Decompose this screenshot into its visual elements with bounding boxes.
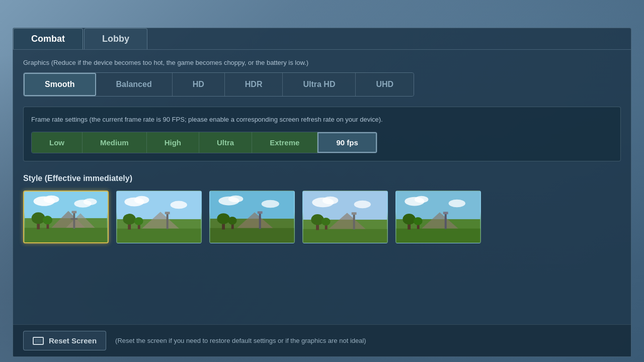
svg-point-19 xyxy=(171,201,187,209)
quality-smooth[interactable]: Smooth xyxy=(24,73,96,96)
svg-rect-35 xyxy=(210,228,294,242)
quality-hdr[interactable]: HDR xyxy=(225,73,283,96)
svg-rect-41 xyxy=(258,211,263,214)
svg-rect-48 xyxy=(303,229,387,242)
svg-rect-66 xyxy=(445,213,447,229)
tabs-row: Combat Lobby xyxy=(13,28,631,50)
svg-rect-8 xyxy=(25,228,107,242)
fps-row: Low Medium High Ultra Extreme 90 fps xyxy=(31,132,377,153)
svg-point-63 xyxy=(403,214,416,225)
tab-lobby[interactable]: Lobby xyxy=(84,28,147,49)
content-area: Graphics (Reduce if the device becomes t… xyxy=(13,50,631,262)
fps-90[interactable]: 90 fps xyxy=(317,132,376,153)
svg-point-26 xyxy=(134,217,143,225)
svg-point-45 xyxy=(354,200,371,208)
svg-point-18 xyxy=(134,196,149,204)
svg-rect-54 xyxy=(352,212,357,215)
svg-point-58 xyxy=(449,199,465,207)
svg-point-12 xyxy=(43,216,52,224)
svg-rect-27 xyxy=(167,213,169,229)
fps-ultra[interactable]: Ultra xyxy=(199,132,252,153)
svg-rect-53 xyxy=(353,213,355,229)
style-thumb-5[interactable] xyxy=(395,191,481,243)
quality-hd[interactable]: HD xyxy=(173,73,225,96)
svg-rect-22 xyxy=(117,228,201,242)
fps-low[interactable]: Low xyxy=(32,132,83,153)
quality-ultra-hd[interactable]: Ultra HD xyxy=(283,73,356,96)
svg-rect-28 xyxy=(165,212,170,214)
reset-screen-button[interactable]: Reset Screen xyxy=(23,331,106,350)
svg-rect-14 xyxy=(72,211,77,213)
svg-point-52 xyxy=(321,217,331,225)
svg-rect-40 xyxy=(259,212,261,229)
style-section: Style (Effective immediately) xyxy=(23,174,621,243)
main-panel: Combat Lobby Graphics (Reduce if the dev… xyxy=(13,28,631,357)
svg-point-2 xyxy=(44,195,59,203)
svg-point-24 xyxy=(123,214,136,225)
svg-point-37 xyxy=(217,213,230,224)
svg-rect-67 xyxy=(443,212,448,214)
fps-extreme[interactable]: Extreme xyxy=(252,132,317,153)
reset-screen-label: Reset Screen xyxy=(49,336,97,345)
graphics-label: Graphics (Reduce if the device becomes t… xyxy=(23,59,621,66)
framerate-section: Frame rate settings (the current frame r… xyxy=(23,107,621,161)
svg-rect-15 xyxy=(71,218,77,219)
reset-screen-note: (Reset the screen if you need to restore… xyxy=(115,337,366,344)
framerate-label: Frame rate settings (the current frame r… xyxy=(31,115,613,125)
fps-medium[interactable]: Medium xyxy=(83,132,147,153)
style-thumb-3[interactable] xyxy=(209,191,295,243)
bottom-bar: Reset Screen (Reset the screen if you ne… xyxy=(13,324,631,356)
svg-rect-61 xyxy=(396,228,480,242)
svg-point-4 xyxy=(84,198,97,205)
svg-point-31 xyxy=(228,195,243,202)
quality-uhd[interactable]: UHD xyxy=(356,73,414,96)
tab-combat[interactable]: Combat xyxy=(13,28,83,49)
svg-point-39 xyxy=(228,217,237,225)
style-thumb-2[interactable] xyxy=(116,191,202,243)
svg-point-32 xyxy=(262,200,279,208)
graphics-quality-row: Smooth Balanced HD HDR Ultra HD UHD xyxy=(23,72,414,97)
style-thumb-1[interactable] xyxy=(23,191,109,243)
reset-screen-icon xyxy=(33,337,44,345)
svg-point-57 xyxy=(415,196,428,203)
svg-rect-13 xyxy=(73,212,75,229)
svg-point-44 xyxy=(323,196,338,204)
style-thumbnails xyxy=(23,191,621,243)
quality-balanced[interactable]: Balanced xyxy=(96,73,173,96)
style-label: Style (Effective immediately) xyxy=(23,174,621,183)
svg-point-65 xyxy=(414,217,423,225)
style-thumb-4[interactable] xyxy=(302,191,388,243)
fps-high[interactable]: High xyxy=(147,132,199,153)
svg-point-10 xyxy=(32,212,45,224)
